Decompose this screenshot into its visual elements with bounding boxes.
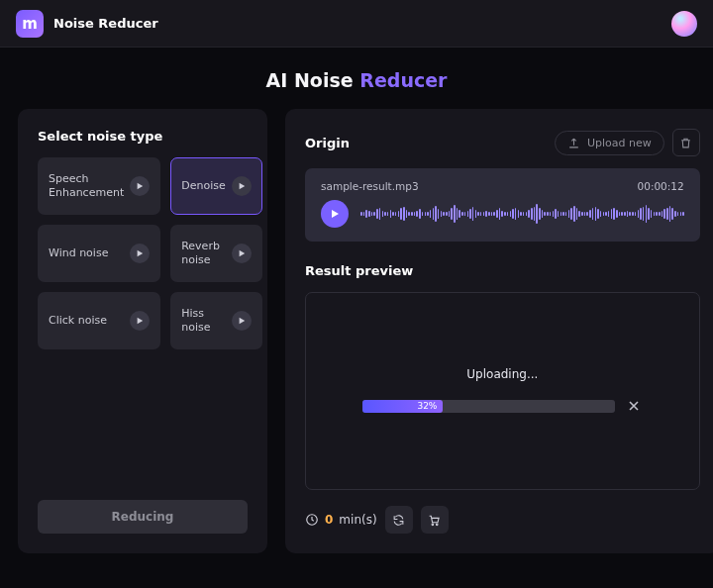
player-controls xyxy=(321,200,684,228)
panel-noise-type: Select noise type Speech Enhancement Den… xyxy=(18,109,267,553)
progress-pct-label: 32% xyxy=(417,401,437,411)
brand: m Noise Reducer xyxy=(16,10,158,38)
page-title-word-2: Noise xyxy=(294,69,354,91)
noise-type-denoise[interactable]: Denoise xyxy=(170,157,262,215)
noise-type-label: Wind noise xyxy=(49,246,108,260)
delete-button[interactable] xyxy=(672,129,700,156)
cart-button[interactable] xyxy=(421,506,449,534)
minutes-unit: min(s) xyxy=(339,513,376,527)
noise-type-heading: Select noise type xyxy=(38,129,248,144)
progress-fill: 32% xyxy=(362,400,444,413)
player-meta: sample-result.mp3 00:00:12 xyxy=(321,180,684,192)
result-heading: Result preview xyxy=(305,263,700,278)
origin-actions: Upload new xyxy=(555,129,700,156)
footer-row: 0 min(s) xyxy=(305,506,700,534)
noise-type-label: Speech Enhancement xyxy=(49,172,124,201)
noise-type-click[interactable]: Click noise xyxy=(38,292,160,349)
clock-icon xyxy=(305,513,319,527)
player-filename: sample-result.mp3 xyxy=(321,180,419,192)
page-title-word-1: AI xyxy=(266,69,288,91)
svg-point-1 xyxy=(432,524,434,526)
upload-new-button[interactable]: Upload new xyxy=(555,131,664,155)
noise-type-label: Click noise xyxy=(49,314,107,328)
upload-new-label: Upload new xyxy=(587,137,652,149)
noise-type-reverb[interactable]: Reverb noise xyxy=(170,225,262,282)
player-duration: 00:00:12 xyxy=(638,180,684,192)
noise-type-label: Reverb noise xyxy=(181,240,226,268)
progress-row: 32% xyxy=(326,397,679,415)
minutes-value: 0 xyxy=(325,513,333,527)
close-icon xyxy=(629,401,639,411)
noise-type-label: Denoise xyxy=(181,179,226,193)
brand-title: Noise Reducer xyxy=(53,16,158,31)
minutes-remaining: 0 min(s) xyxy=(305,513,377,527)
refresh-icon xyxy=(392,514,405,527)
noise-type-label: Hiss noise xyxy=(181,307,226,336)
avatar[interactable] xyxy=(671,11,697,37)
reduce-button-label: Reducing xyxy=(112,510,174,524)
play-button[interactable] xyxy=(321,200,349,228)
panel-origin-result: Origin Upload new sample-result.mp3 00:0… xyxy=(285,109,713,553)
trash-icon xyxy=(679,137,692,149)
svg-point-2 xyxy=(437,524,439,526)
noise-type-wind[interactable]: Wind noise xyxy=(38,225,160,282)
origin-heading: Origin xyxy=(305,136,350,150)
brand-logo: m xyxy=(16,10,44,38)
play-icon[interactable] xyxy=(232,176,252,196)
brand-logo-glyph: m xyxy=(22,15,38,33)
play-icon[interactable] xyxy=(232,311,252,331)
noise-type-speech-enhancement[interactable]: Speech Enhancement xyxy=(38,157,160,215)
progress-bar: 32% xyxy=(362,400,615,413)
cancel-upload-button[interactable] xyxy=(625,397,643,415)
play-icon xyxy=(330,209,340,219)
result-preview-card: Uploading... 32% xyxy=(305,292,700,490)
page-title-word-3: Reducer xyxy=(359,69,447,91)
cart-icon xyxy=(428,514,441,527)
noise-type-hiss[interactable]: Hiss noise xyxy=(170,292,262,349)
play-icon[interactable] xyxy=(130,244,150,263)
waveform[interactable] xyxy=(360,203,684,225)
upload-status-text: Uploading... xyxy=(466,367,538,381)
origin-player: sample-result.mp3 00:00:12 xyxy=(305,168,700,242)
play-icon[interactable] xyxy=(232,244,252,263)
refresh-button[interactable] xyxy=(385,506,413,534)
noise-type-grid: Speech Enhancement Denoise Wind noise xyxy=(38,157,248,349)
play-icon[interactable] xyxy=(130,311,150,331)
play-icon[interactable] xyxy=(130,176,150,196)
reduce-button[interactable]: Reducing xyxy=(38,500,248,534)
main: Select noise type Speech Enhancement Den… xyxy=(0,109,713,571)
page-title: AI Noise Reducer xyxy=(0,48,713,109)
origin-header-row: Origin Upload new xyxy=(305,129,700,156)
upload-icon xyxy=(567,137,580,149)
app-header: m Noise Reducer xyxy=(0,0,713,48)
